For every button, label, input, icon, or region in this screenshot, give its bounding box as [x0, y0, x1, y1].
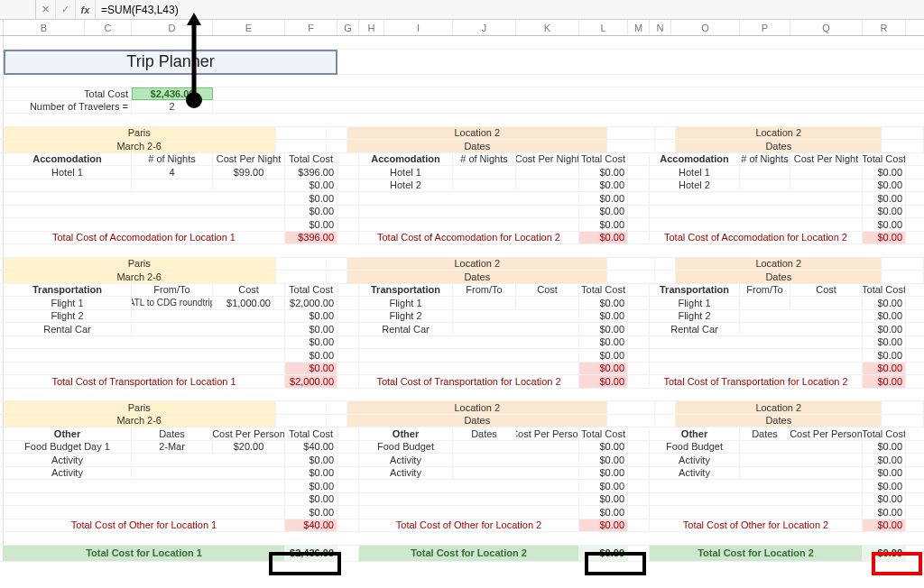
b2-sub3-v[interactable]: $0.00	[863, 375, 906, 388]
col-R[interactable]: R	[863, 20, 906, 35]
col-N[interactable]: N	[650, 20, 671, 35]
b2-rcb[interactable]: Rental Car	[359, 323, 453, 335]
b2-sub1-v[interactable]: $2,000.00	[285, 375, 337, 388]
b3-l3-tc1[interactable]: $0.00	[863, 454, 906, 466]
col-C[interactable]: C	[85, 20, 132, 35]
col-D[interactable]: D	[132, 20, 213, 35]
b2-sub2-v[interactable]: $0.00	[579, 375, 628, 388]
b1-hotel2c[interactable]: Hotel 2	[650, 179, 740, 192]
b2-l2-tc3[interactable]: $0.00	[579, 336, 628, 349]
b3-l1-tc3[interactable]: $0.00	[285, 480, 337, 492]
b2-l3-tc2[interactable]: $0.00	[863, 323, 906, 335]
b2-l2-tc1[interactable]: $0.00	[579, 310, 628, 323]
b3-l1-tc2[interactable]: $0.00	[285, 467, 337, 480]
b3-l2-tc0[interactable]: $0.00	[579, 441, 628, 454]
grand-l1-v[interactable]: $2,436.00	[285, 546, 337, 561]
b3-date[interactable]: 2-Mar	[132, 441, 213, 454]
grand-l2-v[interactable]: $0.00	[579, 546, 628, 561]
b1-hotel2b[interactable]: Hotel 2	[359, 179, 453, 192]
b1-l2-tc3[interactable]: $0.00	[579, 206, 628, 218]
b2-l3-tc3[interactable]: $0.00	[863, 336, 906, 349]
name-box[interactable]	[0, 0, 36, 19]
col-O[interactable]: O	[671, 20, 740, 35]
b2-f1[interactable]: Flight 1	[4, 297, 132, 309]
b2-l2-tc5[interactable]: $0.00	[579, 363, 628, 375]
b3-act2c[interactable]: Activity	[650, 467, 740, 480]
b1-l2-tc4[interactable]: $0.00	[579, 218, 628, 231]
fx-icon[interactable]: fx	[76, 0, 96, 19]
b2-l1-tc3[interactable]: $0.00	[285, 336, 337, 349]
column-headers[interactable]: B C D E F G H I J K L M N O P Q R	[0, 20, 924, 36]
b2-l2-tc0[interactable]: $0.00	[579, 297, 628, 309]
b3-act2a[interactable]: Activity	[4, 467, 132, 480]
formula-bar[interactable]: ✕ ✓ fx =SUM(F43,L43)	[0, 0, 924, 20]
b3-cpp[interactable]: $20.00	[213, 441, 285, 454]
b3-act1a[interactable]: Activity	[4, 454, 132, 466]
b3-sub3-v[interactable]: $0.00	[863, 519, 906, 532]
b3-l2-tc3[interactable]: $0.00	[579, 480, 628, 492]
col-G[interactable]: G	[337, 20, 359, 35]
b1-l1-tc0[interactable]: $396.00	[285, 166, 337, 179]
b2-rcc[interactable]: Rental Car	[650, 323, 740, 335]
b1-sub1-v[interactable]: $396.00	[285, 232, 337, 244]
col-M[interactable]: M	[628, 20, 650, 35]
col-L[interactable]: L	[579, 20, 628, 35]
b3-l3-tc5[interactable]: $0.00	[863, 506, 906, 519]
b2-l3-tc4[interactable]: $0.00	[863, 349, 906, 362]
b2-l1-tc2[interactable]: $0.00	[285, 323, 337, 335]
b1-hotel1b[interactable]: Hotel 1	[359, 166, 453, 179]
col-Q[interactable]: Q	[790, 20, 863, 35]
b2-l3-tc1[interactable]: $0.00	[863, 310, 906, 323]
b3-act1b[interactable]: Activity	[359, 454, 453, 466]
b2-l2-tc2[interactable]: $0.00	[579, 323, 628, 335]
b2-l2-tc4[interactable]: $0.00	[579, 349, 628, 362]
b3-fb1[interactable]: Food Budget Day 1	[4, 441, 132, 454]
num-travelers-value[interactable]: 2	[132, 101, 213, 114]
b2-f2c[interactable]: Flight 2	[650, 310, 740, 323]
b3-l1-tc4[interactable]: $0.00	[285, 493, 337, 506]
b2-cost[interactable]: $1,000.00	[213, 297, 285, 309]
b3-sub1-v[interactable]: $40.00	[285, 519, 337, 532]
b2-fromto[interactable]: ATL to CDG roundtrip	[132, 297, 213, 309]
b3-sub2-v[interactable]: $0.00	[579, 519, 628, 532]
b1-l3-tc4[interactable]: $0.00	[863, 218, 906, 231]
b2-f2b[interactable]: Flight 2	[359, 310, 453, 323]
b3-l1-tc5[interactable]: $0.00	[285, 506, 337, 519]
accept-icon[interactable]: ✓	[56, 0, 76, 19]
b1-l1-tc3[interactable]: $0.00	[285, 206, 337, 218]
col-B[interactable]: B	[4, 20, 85, 35]
b1-l1-tc2[interactable]: $0.00	[285, 192, 337, 205]
b3-l2-tc5[interactable]: $0.00	[579, 506, 628, 519]
b2-l1-tc4[interactable]: $0.00	[285, 349, 337, 362]
b2-l1-tc5[interactable]: $0.00	[285, 363, 337, 375]
b3-l3-tc0[interactable]: $0.00	[863, 441, 906, 454]
grand-l3-v[interactable]: $0.00	[863, 546, 906, 561]
b3-l3-tc4[interactable]: $0.00	[863, 493, 906, 506]
col-J[interactable]: J	[453, 20, 516, 35]
b2-l1-tc0[interactable]: $2,000.00	[285, 297, 337, 309]
b3-l2-tc2[interactable]: $0.00	[579, 467, 628, 480]
b3-fbb[interactable]: Food Budget	[359, 441, 453, 454]
formula-input[interactable]: =SUM(F43,L43)	[96, 4, 924, 16]
b1-l3-tc1[interactable]: $0.00	[863, 179, 906, 192]
b1-l3-tc2[interactable]: $0.00	[863, 192, 906, 205]
col-F[interactable]: F	[285, 20, 337, 35]
b1-sub2-v[interactable]: $0.00	[579, 232, 628, 244]
b2-l3-tc5[interactable]: $0.00	[863, 363, 906, 375]
total-cost-value[interactable]: $2,436.00	[132, 87, 213, 100]
b1-hotel1[interactable]: Hotel 1	[4, 166, 132, 179]
b1-hotel1c[interactable]: Hotel 1	[650, 166, 740, 179]
b3-l2-tc1[interactable]: $0.00	[579, 454, 628, 466]
b1-l1-nights[interactable]: 4	[132, 166, 213, 179]
b3-l3-tc2[interactable]: $0.00	[863, 467, 906, 480]
b3-act2b[interactable]: Activity	[359, 467, 453, 480]
b3-l2-tc4[interactable]: $0.00	[579, 493, 628, 506]
col-K[interactable]: K	[516, 20, 579, 35]
col-E[interactable]: E	[213, 20, 285, 35]
col-P[interactable]: P	[740, 20, 790, 35]
b1-sub3-v[interactable]: $0.00	[863, 232, 906, 244]
b1-l3-tc0[interactable]: $0.00	[863, 166, 906, 179]
worksheet[interactable]: Trip Planner Total Cost $2,436.00 Number…	[0, 36, 924, 562]
b2-f1b[interactable]: Flight 1	[359, 297, 453, 309]
b2-f2[interactable]: Flight 2	[4, 310, 132, 323]
